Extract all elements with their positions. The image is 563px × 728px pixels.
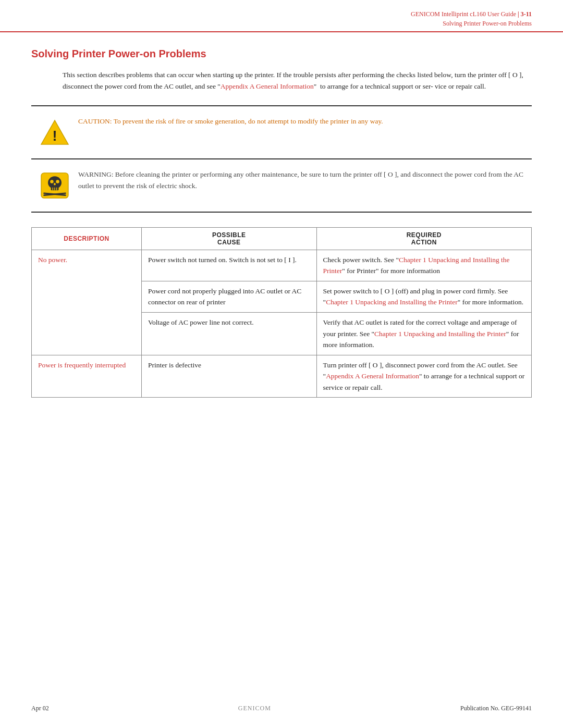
table-row: No power. Power switch not turned on. Sw…: [32, 250, 532, 281]
page-footer: Apr 02 GENICOM Publication No. GEG-99141: [0, 705, 563, 712]
action-turn-off-disconnect: Turn printer off [ O ], disconnect power…: [316, 355, 531, 398]
caution-icon-container: !: [31, 116, 78, 149]
svg-point-5: [56, 180, 59, 183]
warning-skull-icon: [40, 172, 69, 199]
col-action-line2: Action: [411, 239, 437, 246]
svg-point-6: [54, 182, 56, 185]
cause-printer-defective: Printer is defective: [141, 355, 316, 398]
footer-date: Apr 02: [31, 705, 49, 712]
section-title: Solving Printer Power-on Problems: [31, 48, 532, 60]
col-header-description: Description: [32, 227, 142, 250]
col-cause-line2: Cause: [217, 239, 241, 246]
appendix-link[interactable]: Appendix A General Information: [221, 82, 314, 90]
svg-text:!: !: [53, 128, 57, 144]
header-section: Solving Printer Power-on Problems: [443, 20, 532, 27]
header-text: GENICOM Intelliprint cL160 User Guide | …: [411, 9, 532, 28]
cause-voltage-incorrect: Voltage of AC power line not correct.: [141, 312, 316, 355]
table-header-row: Description Possible Cause Required Acti…: [32, 227, 532, 250]
action-link-4[interactable]: Appendix A General Information: [326, 372, 419, 380]
desc-power-interrupted: Power is frequently interrupted: [32, 355, 142, 398]
footer-publication: Publication No. GEG-99141: [460, 705, 532, 712]
caution-box: ! CAUTION: To prevent the risk of fire o…: [31, 105, 532, 159]
col-header-action: Required Action: [316, 227, 531, 250]
footer-brand: GENICOM: [238, 705, 271, 712]
cause-switch-not-on: Power switch not turned on. Switch is no…: [141, 250, 316, 281]
action-set-power-switch: Set power switch to [ O ] (off) and plug…: [316, 281, 531, 312]
intro-paragraph: This section describes problems that can…: [63, 69, 532, 93]
action-link-3[interactable]: Chapter 1 Unpacking and Installing the P…: [374, 330, 506, 338]
col-action-line1: Required: [407, 231, 442, 239]
action-link-2[interactable]: Chapter 1 Unpacking and Installing the P…: [326, 298, 458, 306]
troubleshooting-table-section: Description Possible Cause Required Acti…: [31, 227, 532, 398]
warning-icon-container: [31, 169, 78, 202]
svg-point-4: [50, 180, 54, 183]
table-row: Power is frequently interrupted Printer …: [32, 355, 532, 398]
action-link-1[interactable]: Chapter 1 Unpacking and Installing the P…: [323, 256, 510, 275]
main-content: Solving Printer Power-on Problems This s…: [0, 32, 563, 429]
troubleshooting-table: Description Possible Cause Required Acti…: [31, 227, 532, 398]
caution-text: CAUTION: To prevent the risk of fire or …: [78, 116, 532, 127]
caution-triangle-icon: !: [40, 119, 70, 146]
warning-text: WARNING: Before cleaning the printer or …: [78, 169, 532, 192]
page-number: | 3-11: [518, 10, 532, 18]
desc-no-power: No power.: [32, 250, 142, 355]
action-check-switch: Check power switch. See "Chapter 1 Unpac…: [316, 250, 531, 281]
page-header: GENICOM Intelliprint cL160 User Guide | …: [0, 0, 563, 32]
action-verify-outlet: Verify that AC outlet is rated for the c…: [316, 312, 531, 355]
col-header-cause: Possible Cause: [141, 227, 316, 250]
col-cause-line1: Possible: [212, 231, 246, 239]
svg-point-3: [48, 176, 62, 189]
cause-cord-not-plugged: Power cord not properly plugged into AC …: [141, 281, 316, 312]
warning-box: WARNING: Before cleaning the printer or …: [31, 159, 532, 213]
guide-title: GENICOM Intelliprint cL160 User Guide: [411, 10, 516, 18]
